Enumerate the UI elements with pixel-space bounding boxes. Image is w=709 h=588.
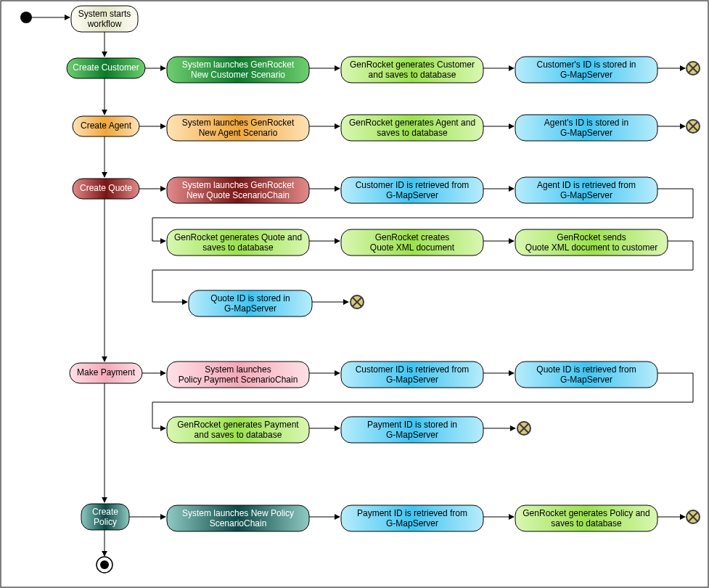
flow-final-icon xyxy=(351,295,364,309)
node-payment-step5: Payment ID is stored inG-MapServer Payme… xyxy=(341,417,483,443)
node-agent-step2: GenRocket generates Agent andsaves to da… xyxy=(341,115,483,141)
node-payment-step4: GenRocket generates Paymentand saves to … xyxy=(167,417,309,443)
svg-text:System launches GenRocketNew C: System launches GenRocketNew Customer Sc… xyxy=(182,60,295,80)
svg-point-124 xyxy=(100,560,109,569)
node-agent-step1: System launches GenRocketNew Agent Scena… xyxy=(167,115,309,141)
node-quote-step3: Agent ID is retrieved fromG-MapServer Ag… xyxy=(515,177,657,203)
node-start: System startsworkflow System starts work… xyxy=(71,6,138,32)
node-create-policy: CreatePolicy Create Policy xyxy=(81,504,129,530)
flow-final-icon xyxy=(517,422,530,435)
node-quote-step2: Customer ID is retrieved fromG-MapServer… xyxy=(341,177,483,203)
workflow-diagram: System startsworkflow System starts work… xyxy=(0,0,709,588)
svg-text:CreatePolicy: CreatePolicy xyxy=(92,507,118,527)
node-quote-step1: System launches GenRocketNew Quote Scena… xyxy=(167,177,309,203)
node-customer-step2: GenRocket generates Customerand saves to… xyxy=(341,57,483,83)
node-quote-step4: GenRocket generates Quote andsaves to da… xyxy=(167,229,309,256)
node-create-customer: Create Customer xyxy=(67,58,145,78)
initial-node-icon xyxy=(20,12,32,23)
node-payment-step3: Quote ID is retrieved fromG-MapServer Qu… xyxy=(515,362,657,388)
svg-text:System launches GenRocketNew Q: System launches GenRocketNew Quote Scena… xyxy=(182,180,295,200)
svg-text:Create Quote: Create Quote xyxy=(80,183,132,193)
flow-final-icon xyxy=(687,120,700,133)
node-policy-step3: GenRocket generates Policy andsaves to d… xyxy=(515,505,657,531)
node-customer-step3: Customer's ID is stored inG-MapServer Cu… xyxy=(515,57,657,83)
node-quote-step5: GenRocket createsQuote XML document GenR… xyxy=(341,229,483,256)
svg-text:GenRocket generates Customeran: GenRocket generates Customerand saves to… xyxy=(350,60,475,80)
node-quote-step7: Quote ID is stored inG-MapServer Quote I… xyxy=(189,290,312,317)
flow-final-icon xyxy=(687,62,700,75)
node-payment-step1: System launchesPolicy Payment ScenarioCh… xyxy=(167,362,309,388)
svg-text:Create Customer: Create Customer xyxy=(73,62,139,73)
svg-text:Make Payment: Make Payment xyxy=(77,367,136,377)
node-create-agent: Create Agent xyxy=(73,116,139,136)
flow-final-icon xyxy=(687,510,700,523)
node-agent-step3: Agent's ID is stored inG-MapServer Agent… xyxy=(515,115,657,141)
svg-text:Create Agent: Create Agent xyxy=(81,121,132,131)
node-create-quote: Create Quote xyxy=(73,179,139,199)
node-policy-step2: Payment ID is retrieved fromG-MapServer … xyxy=(341,505,483,531)
node-policy-step1: System launches New PolicyScenarioChain … xyxy=(167,505,309,531)
svg-rect-0 xyxy=(1,1,708,587)
svg-text:GenRocket generates Paymentand: GenRocket generates Paymentand saves to … xyxy=(177,420,299,440)
svg-text:GenRocket createsQuote XML doc: GenRocket createsQuote XML document xyxy=(370,232,455,253)
activity-final-icon xyxy=(97,557,112,573)
node-customer-step1: System launches GenRocketNew Customer Sc… xyxy=(167,57,309,83)
node-payment-step2: Customer ID is retrieved fromG-MapServer… xyxy=(341,362,483,388)
node-quote-step6: GenRocket sendsQuote XML document to cus… xyxy=(515,229,668,256)
node-make-payment: Make Payment xyxy=(70,363,142,383)
